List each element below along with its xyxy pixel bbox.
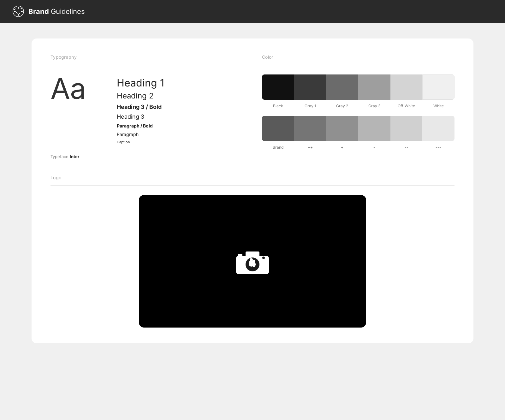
svg-rect-1 (18, 7, 19, 9)
label-brand-p: + (326, 145, 358, 150)
swatch-gray3 (358, 74, 390, 100)
svg-rect-16 (238, 254, 242, 257)
color-row-brand: Brand ++ + - -- --- (262, 116, 454, 150)
swatch-brand-mmm (422, 116, 454, 141)
typeface-sample-text: Aa (50, 74, 104, 103)
specimen-caption: Caption (117, 139, 164, 145)
svg-rect-3 (14, 11, 16, 12)
grayscale-labels: Black Gray 1 Gray 2 Gray 3 Off-White Whi… (262, 101, 454, 108)
swatch-gray2-color (326, 74, 358, 100)
svg-rect-8 (16, 12, 18, 14)
swatch-brand-m-color (358, 116, 390, 141)
typography-divider (50, 65, 243, 65)
swatch-brand-mm (390, 116, 423, 141)
main-content: Typography Aa Heading 1 Heading 2 Headin… (0, 23, 505, 359)
label-gray3: Gray 3 (358, 104, 390, 108)
starburst-logo-icon (13, 6, 24, 17)
svg-rect-5 (14, 9, 16, 10)
brand-labels: Brand ++ + - -- --- (262, 142, 454, 150)
swatch-gray1-color (294, 74, 326, 100)
svg-rect-7 (21, 8, 22, 9)
label-brand-mmm: --- (422, 145, 454, 150)
svg-point-15 (252, 260, 255, 262)
label-gray1: Gray 1 (294, 104, 326, 108)
label-brand-pp: ++ (294, 145, 326, 150)
label-brand-m: - (358, 145, 390, 150)
specimen-heading3-bold: Heading 3 / Bold (117, 103, 164, 111)
swatch-gray1 (294, 74, 326, 100)
svg-point-14 (252, 262, 256, 267)
color-divider (262, 65, 454, 65)
specimen-para-bold: Paragraph / Bold (117, 122, 164, 129)
typography-section: Typography Aa Heading 1 Heading 2 Headin… (50, 54, 243, 159)
logo-display-area (139, 195, 366, 328)
swatch-brand-color (262, 116, 294, 141)
typeface-display: Aa Heading 1 Heading 2 Heading 3 / Bold … (50, 74, 243, 145)
typography-section-label: Typography (50, 54, 243, 60)
swatch-black (262, 74, 294, 100)
swatch-gray3-color (358, 74, 390, 100)
specimen-heading3: Heading 3 (117, 113, 164, 121)
camera-logo-icon (234, 247, 271, 275)
swatch-black-color (262, 74, 294, 100)
swatch-brand-pp (294, 116, 326, 141)
swatch-offwhite-color (390, 74, 423, 100)
color-section: Color (262, 54, 454, 159)
specimen-heading2: Heading 2 (117, 91, 164, 101)
typeface-label: Typeface Inter (50, 154, 243, 159)
label-white: White (422, 104, 454, 108)
brand-swatches (262, 116, 454, 141)
logo-section-label: Logo (50, 175, 454, 180)
swatch-brand-p-color (326, 116, 358, 141)
svg-point-13 (250, 258, 253, 261)
swatch-white-color (422, 74, 454, 100)
swatch-brand-p (326, 116, 358, 141)
header-title: Brand Guidelines (28, 7, 85, 15)
logo-divider (50, 185, 454, 186)
specimen-para: Paragraph (117, 131, 164, 138)
swatch-brand-mm-color (390, 116, 423, 141)
svg-rect-4 (21, 11, 23, 12)
color-row-grayscale: Black Gray 1 Gray 2 Gray 3 Off-White Whi… (262, 74, 454, 108)
label-brand: Brand (262, 145, 294, 150)
color-groups: Black Gray 1 Gray 2 Gray 3 Off-White Whi… (262, 74, 454, 150)
swatch-white (422, 74, 454, 100)
content-card: Typography Aa Heading 1 Heading 2 Headin… (32, 38, 473, 343)
swatch-brand-pp-color (294, 116, 326, 141)
grayscale-swatches (262, 74, 454, 100)
label-black: Black (262, 104, 294, 108)
swatch-gray2 (326, 74, 358, 100)
swatch-brand-m (358, 116, 390, 141)
color-section-label: Color (262, 54, 454, 60)
svg-rect-6 (18, 13, 20, 15)
header: Brand Guidelines (0, 0, 505, 23)
svg-point-17 (262, 257, 265, 259)
label-gray2: Gray 2 (326, 104, 358, 108)
typeface-name: Inter (70, 154, 79, 159)
specimen-heading1: Heading 1 (117, 77, 164, 89)
swatch-offwhite (390, 74, 423, 100)
label-brand-mm: -- (390, 145, 423, 150)
swatch-brand (262, 116, 294, 141)
type-specimens: Heading 1 Heading 2 Heading 3 / Bold Hea… (117, 74, 164, 145)
label-offwhite: Off-White (390, 104, 423, 108)
swatch-brand-mmm-color (422, 116, 454, 141)
top-section: Typography Aa Heading 1 Heading 2 Headin… (50, 54, 454, 159)
logo-section: Logo (50, 175, 454, 328)
